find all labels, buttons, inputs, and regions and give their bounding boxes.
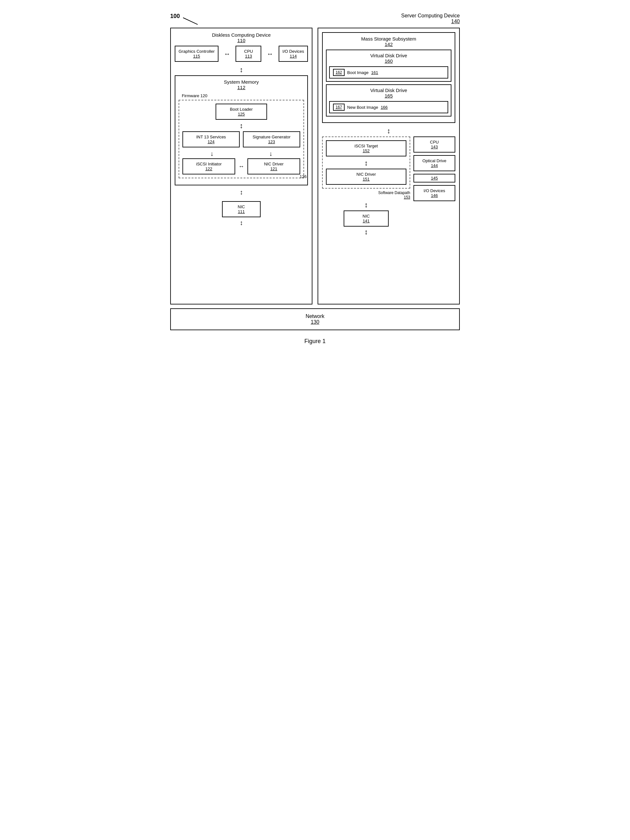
sig-down-arrow: ↓ bbox=[269, 150, 273, 157]
iscsi-initiator-box: iSCSI Initiator 122 bbox=[182, 158, 235, 174]
mass-storage-down-arrow: ↕ bbox=[322, 127, 455, 135]
main-layout: Diskless Computing Device 110 Graphics C… bbox=[170, 28, 460, 305]
gc-cpu-arrow: ↔ bbox=[224, 50, 231, 58]
server-right-sub: CPU 143 Optical Drive 144 145 I/O Device… bbox=[414, 136, 455, 237]
ref-100-label: 100 bbox=[170, 13, 180, 20]
system-memory-box: System Memory 112 Firmware 120 bbox=[175, 75, 308, 185]
firmware-dashed-region: Boot Loader 125 ↕ INT 13 Services 124 bbox=[178, 100, 304, 178]
cpu-row: Graphics Controller 115 ↔ CPU 113 ↔ I/O … bbox=[175, 46, 308, 62]
server-nic-box: NIC 141 bbox=[344, 210, 389, 227]
vdd1-title: Virtual Disk Drive 160 bbox=[329, 53, 448, 64]
virtual-disk-drive-1-box: Virtual Disk Drive 160 162 Boot Image 16… bbox=[326, 50, 452, 82]
optical-drive-tag: 145 bbox=[414, 174, 455, 183]
nic-box: NIC 111 bbox=[222, 201, 261, 217]
bl-to-int13-arrow: ↕ bbox=[182, 122, 300, 130]
graphics-controller-box: Graphics Controller 115 bbox=[175, 46, 218, 62]
server-cpu-box: CPU 143 bbox=[414, 136, 455, 153]
server-dashed-region: iSCSI Target 152 ↕ NIC Driver 151 bbox=[322, 136, 410, 189]
boot-image-tag: 162 bbox=[333, 69, 344, 76]
diskless-title: Diskless Computing Device 110 bbox=[175, 32, 308, 43]
new-boot-image-tag: 167 bbox=[333, 104, 344, 111]
nic-driver-box: NIC Driver 121 126 bbox=[248, 158, 300, 174]
network-box: Network 130 bbox=[170, 308, 460, 330]
figure-label: Figure 1 bbox=[170, 338, 460, 345]
firmware-label-area: Firmware 120 bbox=[178, 93, 304, 98]
mass-storage-title: Mass Storage Subsystem 142 bbox=[326, 36, 452, 47]
boot-image-box: 162 Boot Image 161 bbox=[329, 66, 448, 79]
cpu-to-sysmem-arrow: ↕ bbox=[175, 66, 308, 74]
server-right-col: iSCSI Target 152 ↕ NIC Driver 151 Softwa… bbox=[322, 136, 455, 237]
int13-down-arrow: ↓ bbox=[210, 150, 214, 157]
vdd2-title: Virtual Disk Drive 165 bbox=[329, 88, 448, 98]
system-memory-title: System Memory 112 bbox=[178, 79, 304, 90]
iscsi-nic-arrow: ↔ bbox=[238, 158, 244, 174]
io-devices-box: I/O Devices 114 bbox=[279, 46, 308, 62]
nic-box-container: NIC 111 bbox=[175, 201, 308, 217]
iscsi-target-down-arrow: ↕ bbox=[326, 159, 406, 167]
diskless-computing-device-box: Diskless Computing Device 110 Graphics C… bbox=[170, 28, 313, 305]
virtual-disk-drive-2-box: Virtual Disk Drive 165 167 New Boot Imag… bbox=[326, 84, 452, 117]
server-left-sub: iSCSI Target 152 ↕ NIC Driver 151 Softwa… bbox=[322, 136, 410, 237]
iscsi-nic-row: iSCSI Initiator 122 ↔ NIC Driver 121 126 bbox=[182, 158, 300, 174]
firmware-label: Firmware 120 bbox=[182, 93, 208, 98]
optical-drive-box: Optical Drive 144 bbox=[414, 155, 455, 171]
boot-loader-area: Boot Loader 125 bbox=[182, 104, 300, 120]
cpu-io-arrow: ↔ bbox=[267, 50, 273, 58]
server-nic-driver-down-arrow: ↕ bbox=[322, 201, 410, 209]
sysmem-to-nic-arrow: ↕ bbox=[175, 189, 308, 196]
nic-down-arrow: ↕ bbox=[175, 219, 308, 227]
top-labels-row: 100 Server Computing Device 140 bbox=[170, 13, 460, 24]
boot-loader-box: Boot Loader 125 bbox=[216, 104, 267, 120]
int-sig-row: INT 13 Services 124 Signature Generator … bbox=[182, 131, 300, 147]
server-computing-device-label: Server Computing Device 140 bbox=[401, 13, 460, 24]
iscsi-target-box: iSCSI Target 152 bbox=[326, 141, 406, 156]
int13-services-box: INT 13 Services 124 bbox=[182, 131, 240, 147]
int-sig-down-arrows: ↓ ↓ bbox=[182, 150, 300, 157]
cpu-box: CPU 113 bbox=[235, 46, 261, 62]
software-datapath-label: Software Datapath 153 bbox=[322, 191, 410, 199]
signature-generator-box: Signature Generator 123 bbox=[243, 131, 300, 147]
ref-126: 126 bbox=[300, 174, 306, 179]
server-io-devices-box: I/O Devices 146 bbox=[414, 185, 455, 201]
server-nic-down-arrow: ↕ bbox=[322, 228, 410, 236]
mass-storage-subsystem-box: Mass Storage Subsystem 142 Virtual Disk … bbox=[322, 32, 455, 123]
diagram-container: 100 Server Computing Device 140 Diskless… bbox=[170, 13, 460, 345]
new-boot-image-box: 167 New Boot Image 166 bbox=[329, 101, 448, 113]
server-nic-driver-box: NIC Driver 151 bbox=[326, 169, 406, 185]
server-computing-device-box: Mass Storage Subsystem 142 Virtual Disk … bbox=[317, 28, 460, 305]
